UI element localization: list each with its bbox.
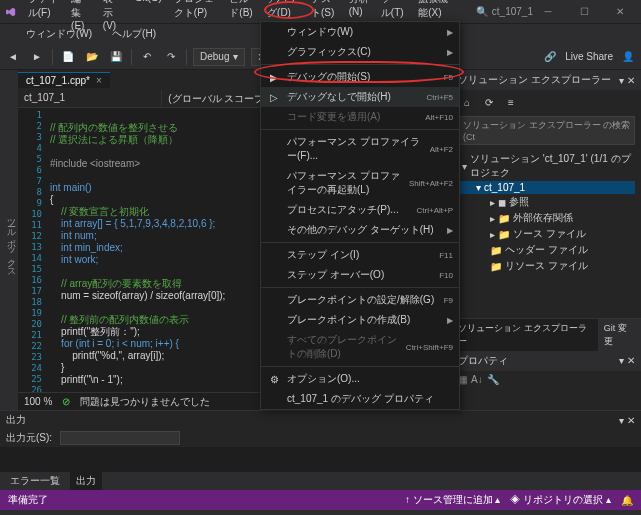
- repo-select-button[interactable]: ◈ リポジトリの選択 ▴: [510, 493, 611, 507]
- vs-icon: [6, 5, 16, 19]
- menu-item[interactable]: その他のデバッグ ターゲット(H)▶: [261, 220, 459, 240]
- ext-node[interactable]: ▸ 📁 外部依存関係: [458, 210, 635, 226]
- panel-menu-icon[interactable]: ▾ ✕: [619, 75, 635, 86]
- src-node[interactable]: ▸ 📁 ソース ファイル: [458, 226, 635, 242]
- res-node[interactable]: 📁 リソース ファイル: [458, 258, 635, 274]
- refresh-icon[interactable]: ⟳: [480, 93, 498, 111]
- config-combo[interactable]: Debug▾: [193, 48, 245, 66]
- tab-output[interactable]: 出力: [70, 472, 102, 490]
- issues-label: 問題は見つかりませんでした: [80, 395, 210, 409]
- menu-item[interactable]: プロセスにアタッチ(P)...Ctrl+Alt+P: [261, 200, 459, 220]
- menu-item[interactable]: グラフィックス(C)▶: [261, 42, 459, 62]
- menu-item[interactable]: パフォーマンス プロファイラー(F)...Alt+F2: [261, 132, 459, 166]
- account-icon[interactable]: 👤: [619, 48, 637, 66]
- liveshare-label[interactable]: Live Share: [565, 51, 613, 62]
- output-src-label: 出力元(S):: [6, 431, 52, 445]
- menu-item[interactable]: ブレークポイントの作成(B)▶: [261, 310, 459, 330]
- menu-item[interactable]: ブレークポイントの設定/解除(G)F9: [261, 290, 459, 310]
- new-button[interactable]: 📄: [59, 48, 77, 66]
- zoom-level[interactable]: 100 %: [24, 396, 52, 407]
- menu-item[interactable]: ステップ イン(I)F11: [261, 245, 459, 265]
- alpha-icon[interactable]: A↓: [471, 374, 483, 385]
- issues-icon: ⊘: [62, 396, 70, 407]
- refs-node[interactable]: ▸ ◼ 参照: [458, 194, 635, 210]
- liveshare-icon[interactable]: 🔗: [541, 48, 559, 66]
- open-button[interactable]: 📂: [83, 48, 101, 66]
- notification-icon[interactable]: 🔔: [621, 495, 633, 506]
- sln-explorer-title: ソリューション エクスプローラー: [458, 73, 611, 87]
- editor-tab[interactable]: ct_107_1.cpp*×: [18, 72, 110, 88]
- title-search[interactable]: 🔍ct_107_1: [476, 6, 533, 17]
- menu-item[interactable]: ct_107_1 のデバッグ プロパティ: [261, 389, 459, 409]
- save-button[interactable]: 💾: [107, 48, 125, 66]
- maximize-button[interactable]: ☐: [569, 6, 599, 17]
- left-rail[interactable]: ツールボックス: [0, 70, 18, 410]
- sln-search-input[interactable]: ソリューション エクスプローラー の検索 (Ct: [458, 116, 635, 145]
- wrench-icon[interactable]: 🔧: [487, 374, 499, 385]
- menu-item: すべてのブレークポイントの削除(D)Ctrl+Shift+F9: [261, 330, 459, 364]
- line-gutter: 1234567891011121314151617181920212223242…: [18, 108, 46, 392]
- home-icon[interactable]: ⌂: [458, 93, 476, 111]
- menu2-1[interactable]: ヘルプ(H): [106, 25, 162, 43]
- panel-menu-icon[interactable]: ▾ ✕: [619, 355, 635, 366]
- sln-root[interactable]: ▾ ソリューション 'ct_107_1' (1/1 のプロジェク: [458, 151, 635, 181]
- tab-sln-explorer[interactable]: ソリューション エクスプローラー: [452, 319, 598, 351]
- menu-item[interactable]: ステップ オーバー(O)F10: [261, 265, 459, 285]
- tab-error-list[interactable]: エラー一覧: [4, 472, 66, 490]
- undo-button[interactable]: ↶: [138, 48, 156, 66]
- menu2-0[interactable]: ウィンドウ(W): [20, 25, 98, 43]
- hdr-node[interactable]: 📁 ヘッダー ファイル: [458, 242, 635, 258]
- status-bar: 準備完了 ↑ ソース管理に追加 ▴ ◈ リポジトリの選択 ▴ 🔔: [0, 490, 641, 510]
- output-title: 出力: [6, 413, 26, 427]
- redo-button[interactable]: ↷: [162, 48, 180, 66]
- debug-menu-dropdown: ウィンドウ(W)▶グラフィックス(C)▶▶デバッグの開始(S)F5▷デバッグなし…: [260, 21, 460, 410]
- source-control-button[interactable]: ↑ ソース管理に追加 ▴: [405, 493, 501, 507]
- tab-git-changes[interactable]: Git 変更: [598, 319, 641, 351]
- menu-item[interactable]: ⚙オプション(O)...: [261, 369, 459, 389]
- menu-item: コード変更を適用(A)Alt+F10: [261, 107, 459, 127]
- tab-close-icon[interactable]: ×: [96, 75, 102, 86]
- output-src-combo[interactable]: [60, 431, 180, 445]
- collapse-icon[interactable]: ≡: [502, 93, 520, 111]
- menu-4[interactable]: プロジェクト(P): [168, 0, 224, 33]
- menu-item[interactable]: ウィンドウ(W)▶: [261, 22, 459, 42]
- menu-item[interactable]: パフォーマンス プロファイラーの再起動(L)Shift+Alt+F2: [261, 166, 459, 200]
- minimize-button[interactable]: ─: [533, 6, 563, 17]
- props-title: プロパティ: [458, 354, 508, 368]
- menu-5[interactable]: ビルド(B): [223, 0, 261, 33]
- status-ready: 準備完了: [8, 493, 48, 507]
- nav-back-button[interactable]: ◄: [4, 48, 22, 66]
- close-button[interactable]: ✕: [605, 6, 635, 17]
- menu-item[interactable]: ▶デバッグの開始(S)F5: [261, 67, 459, 87]
- nav-fwd-button[interactable]: ►: [28, 48, 46, 66]
- menu-item[interactable]: ▷デバッグなしで開始(H)Ctrl+F5: [261, 87, 459, 107]
- project-node[interactable]: ▾ ct_107_1: [458, 181, 635, 194]
- project-scope[interactable]: ct_107_1: [18, 90, 162, 107]
